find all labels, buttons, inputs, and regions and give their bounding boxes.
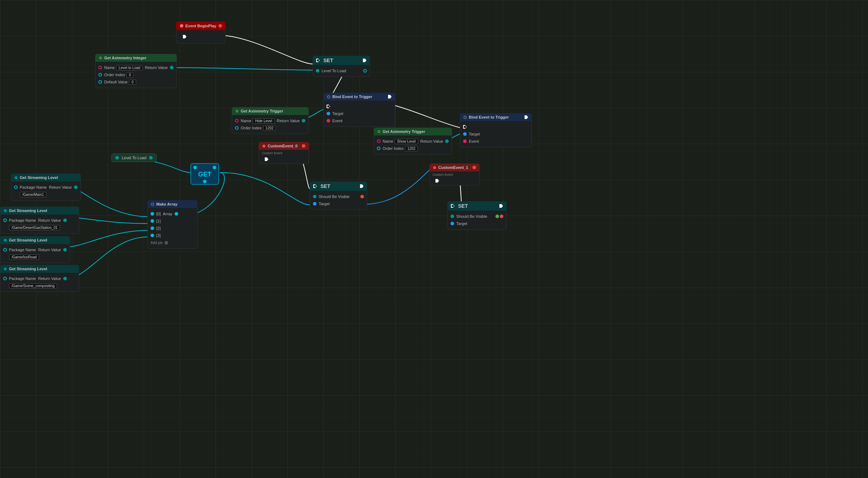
package-name-pin[interactable] (3, 277, 7, 280)
custom-event-1-title: CustomEvent_1 (438, 165, 468, 170)
level-to-load-in-pin[interactable] (316, 69, 319, 73)
get-streaming-level-3-header: ⚙ Get Streaming Level (0, 236, 70, 244)
package-name-pin[interactable] (14, 185, 18, 189)
bind-event-trigger-2-header: ⬡ Bind Event to Trigger (460, 113, 532, 121)
order-index-pin[interactable] (235, 126, 239, 130)
get-aximmetry-trigger-hide-node[interactable]: ⚙ Get Aximmetry Trigger Name Hide Level … (232, 107, 309, 134)
array-out-pin[interactable] (175, 212, 178, 216)
return-value-pin[interactable] (63, 248, 67, 252)
make-array-node[interactable]: ⬡ Make Array [0] Array [1] [2] [3] Add p… (147, 200, 198, 249)
set-title: SET (323, 58, 333, 63)
set-level-to-load-node[interactable]: SET Level To Load (313, 56, 370, 77)
target-pin[interactable] (313, 202, 317, 206)
get-aximmetry-trigger-hide-header: ⚙ Get Aximmetry Trigger (232, 107, 309, 115)
should-be-visible-pin[interactable] (451, 215, 454, 218)
get-streaming-level-3-node[interactable]: ⚙ Get Streaming Level Package Name Retur… (0, 236, 70, 263)
package-name-pin[interactable] (3, 248, 7, 252)
level-to-load-out-pin[interactable] (363, 69, 367, 73)
make-array-header: ⬡ Make Array (147, 200, 198, 208)
get-streaming-level-1-title: Get Streaming Level (20, 175, 58, 180)
target-pin[interactable] (451, 222, 454, 225)
should-visible-check-pin[interactable] (495, 215, 499, 218)
custom-event-0-node[interactable]: ⬟ CustomEvent_0 Custom Event (259, 142, 309, 164)
return-value-pin[interactable] (74, 185, 78, 189)
set-visible-2-node[interactable]: SET Should Be Visible Target (447, 201, 507, 230)
should-be-visible-pin[interactable] (313, 195, 317, 198)
array-2-pin[interactable] (151, 226, 154, 230)
level-to-load-var-label: Level To Load (122, 156, 146, 160)
default-value-pin[interactable] (98, 80, 102, 84)
get-aximmetry-integer-header: ⚙ Get Aximmetry Integer (95, 54, 177, 62)
package-name-pin[interactable] (3, 219, 7, 222)
get-streaming-level-4-title: Get Streaming Level (9, 267, 47, 271)
get-aximmetry-trigger-show-header: ⚙ Get Aximmetry Trigger (374, 128, 452, 135)
event-begin-play-node[interactable]: ⬟ Event BeginPlay (176, 22, 226, 43)
get-streaming-level-1-header: ⚙ Get Streaming Level (11, 174, 81, 181)
bind-event-trigger-2-title: Bind Event to Trigger (469, 115, 509, 119)
get-streaming-level-3-title: Get Streaming Level (9, 238, 47, 242)
event-pin[interactable] (327, 119, 330, 123)
name-pin[interactable] (235, 119, 239, 123)
get-streaming-level-4-header: ⚙ Get Streaming Level (0, 265, 79, 273)
should-visible-x-pin[interactable] (500, 215, 503, 218)
return-value-pin[interactable] (302, 119, 305, 123)
return-value-pin[interactable] (63, 277, 67, 280)
exec-out-pin[interactable] (265, 157, 268, 161)
name-pin[interactable] (98, 66, 102, 69)
add-pin-label: Add pin (151, 241, 163, 245)
event-begin-play-title: Event BeginPlay (185, 24, 216, 28)
add-pin-row[interactable]: Add pin ⊕ (148, 239, 197, 246)
set-visible-1-node[interactable]: SET Should Be Visible Target (310, 181, 367, 210)
custom-event-1-node[interactable]: ⬟ CustomEvent_1 Custom Event (429, 164, 480, 185)
target-pin[interactable] (327, 112, 330, 115)
custom-event-0-header: ⬟ CustomEvent_0 (259, 142, 309, 150)
set-visible-1-title: SET (320, 183, 330, 189)
event-begin-play-header: ⬟ Event BeginPlay (176, 22, 226, 30)
custom-event-1-header: ⬟ CustomEvent_1 (429, 164, 480, 171)
get-aximmetry-integer-title: Get Aximmetry Integer (104, 56, 147, 60)
get-aximmetry-integer-node[interactable]: ⚙ Get Aximmetry Integer Name Level to Lo… (95, 54, 177, 88)
should-visible-out-pin[interactable] (360, 195, 364, 198)
custom-event-0-title: CustomEvent_0 (268, 144, 297, 148)
get-streaming-level-1-node[interactable]: ⚙ Get Streaming Level Package Name Retur… (11, 174, 81, 201)
get-streaming-level-2-header: ⚙ Get Streaming Level (0, 207, 79, 215)
get-node[interactable]: GET (190, 163, 219, 185)
exec-in-pin[interactable] (327, 105, 330, 108)
exec-out-pin[interactable] (183, 35, 186, 38)
get-node-body[interactable]: GET (190, 163, 219, 185)
array-0-pin[interactable] (151, 212, 154, 216)
set-visible-1-header: SET (310, 181, 367, 191)
set-header: SET (313, 56, 370, 65)
target-pin[interactable] (463, 132, 467, 136)
set-visible-2-header: SET (447, 201, 507, 211)
get-aximmetry-trigger-show-title: Get Aximmetry Trigger (383, 129, 425, 134)
order-index-pin[interactable] (377, 147, 380, 150)
get-aximmetry-trigger-show-node[interactable]: ⚙ Get Aximmetry Trigger Name Show Level … (374, 128, 452, 155)
get-streaming-level-4-node[interactable]: ⚙ Get Streaming Level Package Name Retur… (0, 265, 79, 292)
get-streaming-level-2-node[interactable]: ⚙ Get Streaming Level Package Name Retur… (0, 207, 79, 234)
bind-event-trigger-2-node[interactable]: ⬡ Bind Event to Trigger Target Event (460, 113, 532, 147)
bind-event-trigger-1-header: ⬡ Bind Event to Trigger (323, 93, 395, 101)
name-pin[interactable] (377, 139, 380, 143)
exec-out-pin[interactable] (435, 179, 439, 183)
add-pin-icon[interactable]: ⊕ (164, 240, 168, 245)
var-out-pin[interactable] (115, 156, 119, 160)
make-array-title: Make Array (156, 202, 177, 206)
array-1-pin[interactable] (151, 219, 154, 223)
bind-event-trigger-1-title: Bind Event to Trigger (332, 95, 372, 99)
return-value-pin[interactable] (170, 66, 174, 69)
exec-in-pin[interactable] (463, 125, 467, 129)
return-value-pin[interactable] (63, 219, 67, 222)
order-index-pin[interactable] (98, 73, 102, 77)
array-3-pin[interactable] (151, 234, 154, 237)
level-to-load-var-node[interactable]: Level To Load (111, 153, 157, 162)
var-value-pin[interactable] (149, 156, 153, 160)
event-pin[interactable] (463, 139, 467, 143)
bind-event-trigger-1-node[interactable]: ⬡ Bind Event to Trigger Target Event (323, 93, 395, 127)
return-value-pin[interactable] (445, 139, 449, 143)
set-visible-2-title: SET (458, 203, 468, 209)
get-aximmetry-trigger-hide-title: Get Aximmetry Trigger (241, 109, 283, 113)
get-streaming-level-2-title: Get Streaming Level (9, 208, 47, 213)
